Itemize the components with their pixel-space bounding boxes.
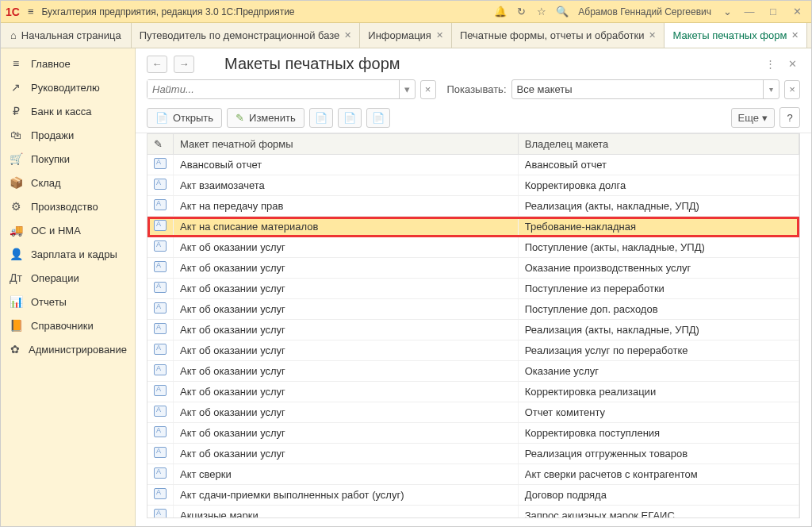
sidebar-item-5[interactable]: 📦Склад — [1, 171, 135, 194]
table-row[interactable]: Акт об оказании услугРеализация отгружен… — [147, 444, 799, 464]
sidebar-item-0[interactable]: ≡Главное — [1, 52, 135, 75]
table-row[interactable]: Акт на передачу правРеализация (акты, на… — [147, 196, 799, 217]
close-icon[interactable]: ✕ — [436, 30, 443, 40]
table-row[interactable]: Акт на списание материаловТребование-нак… — [147, 217, 799, 237]
col-owner-header[interactable]: Владелец макета — [518, 134, 799, 155]
table-row[interactable]: Авансовый отчетАвансовый отчет — [147, 155, 799, 175]
sidebar-icon: 🛍 — [9, 128, 23, 142]
close-icon[interactable]: ✕ — [344, 30, 351, 40]
burger-icon[interactable]: ≡ — [25, 6, 37, 17]
template-icon — [154, 509, 167, 518]
col-name-header[interactable]: Макет печатной формы — [174, 134, 519, 155]
table-row[interactable]: Акт об оказании услугРеализация услуг по… — [147, 340, 799, 361]
sidebar-item-12[interactable]: ✿Администрирование — [1, 337, 135, 361]
tool-button-1[interactable]: 📄 — [309, 108, 333, 128]
sidebar-item-label: Отчеты — [31, 296, 67, 308]
template-icon — [154, 344, 167, 355]
table-wrap[interactable]: ✎ Макет печатной формы Владелец макета А… — [147, 133, 800, 518]
table-row[interactable]: Акт сверкиАкт сверки расчетов с контраге… — [147, 464, 799, 485]
search-icon[interactable]: 🔍 — [554, 4, 570, 20]
row-icon-cell — [147, 237, 174, 258]
sidebar-item-1[interactable]: ↗Руководителю — [1, 75, 135, 99]
user-dropdown-icon[interactable]: ⌄ — [719, 4, 735, 20]
open-button[interactable]: 📄 Открыть — [147, 108, 222, 128]
close-button[interactable]: ✕ — [787, 4, 806, 20]
row-owner: Корректировка реализации — [518, 382, 799, 402]
sidebar-item-2[interactable]: ₽Банк и касса — [1, 99, 135, 123]
tool-button-3[interactable]: 📄 — [366, 108, 390, 128]
table-row[interactable]: Акт об оказании услугОтчет комитенту — [147, 402, 799, 423]
filter-combo[interactable]: Все макеты ▾ — [511, 79, 780, 99]
home-tab[interactable]: ⌂ Начальная страница — [1, 23, 132, 48]
table-row[interactable]: Акцизные маркиЗапрос акцизных марок ЕГАИ… — [147, 506, 799, 519]
sidebar-item-label: Продажи — [31, 129, 74, 141]
row-name: Акт об оказании услуг — [174, 402, 519, 423]
search-dropdown-icon[interactable]: ▾ — [399, 80, 415, 98]
search-input[interactable] — [147, 80, 399, 98]
user-name[interactable]: Абрамов Геннадий Сергеевич — [575, 6, 714, 17]
row-icon-cell — [147, 155, 174, 175]
help-button[interactable]: ? — [779, 107, 800, 128]
more-button[interactable]: Еще ▾ — [731, 108, 775, 128]
row-icon-cell — [147, 320, 174, 340]
table-row[interactable]: Акт об оказании услугПоступление доп. ра… — [147, 299, 799, 320]
search-clear-button[interactable]: × — [420, 80, 436, 99]
table-row[interactable]: Акт сдачи-приемки выполненных работ (усл… — [147, 485, 799, 506]
title-bar: 1C ≡ Бухгалтерия предприятия, редакция 3… — [1, 1, 811, 23]
table-row[interactable]: Акт об оказании услугПоступление из пере… — [147, 279, 799, 299]
sidebar-item-11[interactable]: 📙Справочники — [1, 314, 135, 337]
table-row[interactable]: Акт об оказании услугПоступление (акты, … — [147, 237, 799, 258]
bell-icon[interactable]: 🔔 — [492, 4, 508, 20]
chevron-down-icon[interactable]: ▾ — [763, 80, 779, 98]
table-row[interactable]: Акт об оказании услугОказание производст… — [147, 258, 799, 279]
row-icon-cell — [147, 423, 174, 444]
sidebar-item-3[interactable]: 🛍Продажи — [1, 123, 135, 147]
sidebar: ≡Главное↗Руководителю₽Банк и касса🛍Прода… — [1, 48, 136, 526]
col-icon-header[interactable]: ✎ — [147, 134, 174, 155]
table-row[interactable]: Акт об оказании услугРеализация (акты, н… — [147, 320, 799, 340]
logo-1c: 1C — [6, 6, 20, 18]
tab-guide[interactable]: Путеводитель по демонстрационной базе ✕ — [132, 23, 361, 48]
edit-button[interactable]: ✎ Изменить — [227, 108, 304, 128]
tool-button-2[interactable]: 📄 — [338, 108, 362, 128]
main-content: ← → Макеты печатных форм ⋮ ✕ ▾ × Показыв… — [136, 48, 811, 526]
sidebar-icon: 📊 — [9, 294, 23, 309]
sidebar-item-6[interactable]: ⚙Производство — [1, 194, 135, 218]
sidebar-item-7[interactable]: 🚚ОС и НМА — [1, 218, 135, 242]
table-row[interactable]: Акт об оказании услугОказание услуг — [147, 361, 799, 382]
forward-button[interactable]: → — [174, 56, 194, 73]
template-icon — [154, 199, 167, 210]
template-icon — [154, 220, 167, 231]
close-icon[interactable]: ✕ — [791, 30, 799, 40]
kebab-menu-icon[interactable]: ⋮ — [762, 55, 779, 73]
sidebar-icon: 🚚 — [9, 223, 23, 237]
row-name: Акт об оказании услуг — [174, 340, 519, 361]
tab-templates[interactable]: Макеты печатных форм ✕ — [665, 23, 807, 48]
filter-label: Показывать: — [447, 83, 507, 95]
star-icon[interactable]: ☆ — [534, 4, 550, 20]
sidebar-item-9[interactable]: ДтОперации — [1, 266, 135, 290]
sidebar-item-10[interactable]: 📊Отчеты — [1, 290, 135, 314]
row-name: Акт сверки — [174, 464, 519, 485]
filter-clear-button[interactable]: × — [784, 80, 800, 99]
table-row[interactable]: Акт об оказании услугКорректировка реали… — [147, 382, 799, 402]
close-page-icon[interactable]: ✕ — [785, 55, 800, 73]
sidebar-item-8[interactable]: 👤Зарплата и кадры — [1, 242, 135, 266]
doc-icon: 📄 — [343, 112, 356, 124]
close-icon[interactable]: ✕ — [649, 30, 656, 40]
tab-print-forms[interactable]: Печатные формы, отчеты и обработки ✕ — [452, 23, 665, 48]
row-owner: Реализация (акты, накладные, УПД) — [518, 320, 799, 340]
back-button[interactable]: ← — [147, 56, 167, 73]
minimize-button[interactable]: — — [740, 4, 759, 20]
row-icon-cell — [147, 258, 174, 279]
tab-info[interactable]: Информация ✕ — [360, 23, 452, 48]
history-icon[interactable]: ↻ — [513, 4, 529, 20]
sidebar-icon: 📦 — [9, 175, 23, 190]
maximize-button[interactable]: □ — [764, 4, 783, 20]
sidebar-item-4[interactable]: 🛒Покупки — [1, 147, 135, 171]
table-row[interactable]: Акт взаимозачетаКорректировка долга — [147, 175, 799, 196]
table-row[interactable]: Акт об оказании услугКорректировка посту… — [147, 423, 799, 444]
chevron-down-icon: ▾ — [762, 112, 768, 124]
row-name: Акт об оказании услуг — [174, 361, 519, 382]
row-owner: Корректировка долга — [518, 175, 799, 196]
